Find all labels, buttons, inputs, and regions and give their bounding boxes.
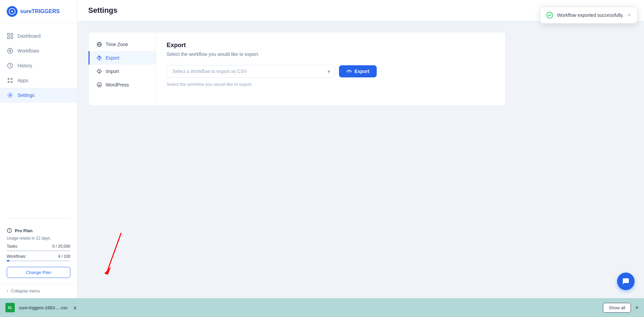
svg-rect-4 <box>11 37 13 39</box>
sidebar-item-label: Apps <box>18 78 28 83</box>
workflow-select-wrapper: Select a Workflow to export as CSV ▾ <box>167 65 335 78</box>
main-content: Settings Time Zone <box>77 0 644 298</box>
download-filename: sure-triggers-1683-....csv <box>19 305 68 310</box>
settings-nav-wordpress[interactable]: W WordPress <box>89 78 156 92</box>
settings-nav-label: Import <box>106 69 119 74</box>
chevron-left-icon: ‹ <box>7 288 8 293</box>
download-chevron-icon[interactable]: ∧ <box>73 305 77 311</box>
globe-icon <box>96 41 102 47</box>
sidebar-item-label: Settings <box>18 93 35 98</box>
workflows-stat: Workflows: 4 / 100 <box>7 254 70 259</box>
wordpress-icon: W <box>96 82 102 88</box>
apps-icon <box>7 77 13 84</box>
settings-nav-export[interactable]: Export <box>89 51 156 65</box>
zap-icon <box>7 47 13 54</box>
tasks-value: 0 / 20,000 <box>53 244 70 249</box>
export-button[interactable]: Export <box>339 65 377 77</box>
close-download-button[interactable]: × <box>635 304 639 311</box>
download-cloud-icon <box>96 68 102 74</box>
tasks-stat: Tasks: 0 / 20,000 <box>7 244 70 249</box>
logo: sureTRIGGERS <box>0 0 77 23</box>
logo-icon <box>7 6 18 17</box>
collapse-menu-label: Collapse menu <box>11 288 40 293</box>
sidebar-item-label: History <box>18 63 32 68</box>
chat-button[interactable] <box>617 273 635 290</box>
svg-rect-2 <box>11 33 13 35</box>
export-btn-icon <box>346 69 352 74</box>
settings-nav-label: Time Zone <box>106 42 128 47</box>
show-all-button[interactable]: Show all <box>603 303 631 313</box>
chat-icon <box>622 277 630 285</box>
sidebar-item-dashboard[interactable]: Dashboard <box>0 29 77 43</box>
download-bar: XL sure-triggers-1683-....csv ∧ Show all… <box>0 298 644 317</box>
content-area: Time Zone Export <box>77 21 644 298</box>
settings-export-content: Export Select the workflow you would lik… <box>156 32 505 106</box>
sidebar: sureTRIGGERS Dashboard <box>0 0 77 298</box>
svg-point-8 <box>11 78 12 80</box>
sidebar-item-label: Workflows <box>18 48 39 54</box>
change-plan-button[interactable]: Change Plan <box>7 267 70 278</box>
export-row: Select a Workflow to export as CSV ▾ Exp… <box>167 65 495 78</box>
sidebar-item-settings[interactable]: Settings <box>0 88 77 103</box>
settings-nav-timezone[interactable]: Time Zone <box>89 38 156 51</box>
toast-message: Workflow exported successfully. <box>557 12 624 18</box>
svg-point-10 <box>11 81 12 83</box>
export-btn-label: Export <box>354 69 369 74</box>
file-icon: XL <box>5 303 15 312</box>
svg-point-11 <box>9 95 11 96</box>
clock-icon <box>7 62 13 69</box>
workflows-progress-bar <box>7 260 70 261</box>
gear-icon <box>7 92 13 99</box>
settings-panel: Time Zone Export <box>88 32 506 106</box>
svg-point-7 <box>8 78 9 80</box>
export-hint: Select the workflow you would like to ex… <box>167 82 495 87</box>
toast-notification: Workflow exported successfully. × <box>540 7 637 24</box>
export-description: Select the workflow you would like to ex… <box>167 51 495 57</box>
upload-cloud-icon <box>96 55 102 61</box>
svg-rect-1 <box>7 33 9 35</box>
export-title: Export <box>167 42 495 49</box>
collapse-menu-button[interactable]: ‹ Collapse menu <box>0 283 77 298</box>
plan-header: Pro Plan <box>7 228 70 233</box>
svg-point-13 <box>9 231 10 232</box>
sidebar-item-apps[interactable]: Apps <box>0 73 77 88</box>
sidebar-item-workflows[interactable]: Workflows <box>0 43 77 58</box>
plan-section: Pro Plan Usage resets in 22 days. Tasks:… <box>0 222 77 283</box>
logo-text: sureTRIGGERS <box>20 8 60 14</box>
sidebar-divider <box>7 218 70 218</box>
sidebar-item-history[interactable]: History <box>0 58 77 73</box>
svg-point-9 <box>8 81 9 83</box>
workflows-label: Workflows: <box>7 254 26 259</box>
workflows-progress-fill <box>7 260 9 261</box>
svg-text:W: W <box>98 84 101 87</box>
workflow-select[interactable]: Select a Workflow to export as CSV <box>167 65 335 78</box>
success-icon <box>546 12 553 19</box>
settings-nav-label: WordPress <box>106 82 129 87</box>
plan-name: Pro Plan <box>15 228 33 233</box>
grid-icon <box>7 33 13 39</box>
download-actions: Show all × <box>603 303 639 313</box>
settings-nav-label: Export <box>106 55 119 61</box>
settings-sidebar-nav: Time Zone Export <box>89 32 156 106</box>
svg-rect-3 <box>7 37 9 39</box>
file-ext-label: XL <box>8 306 12 310</box>
tasks-progress-bar <box>7 250 70 251</box>
sidebar-nav: Dashboard Workflows <box>0 23 77 214</box>
toast-close-button[interactable]: × <box>628 12 631 18</box>
plan-reset-text: Usage resets in 22 days. <box>7 236 70 241</box>
settings-nav-import[interactable]: Import <box>89 65 156 78</box>
sidebar-item-label: Dashboard <box>18 33 41 39</box>
tasks-label: Tasks: <box>7 244 18 249</box>
workflows-value: 4 / 100 <box>58 254 70 259</box>
